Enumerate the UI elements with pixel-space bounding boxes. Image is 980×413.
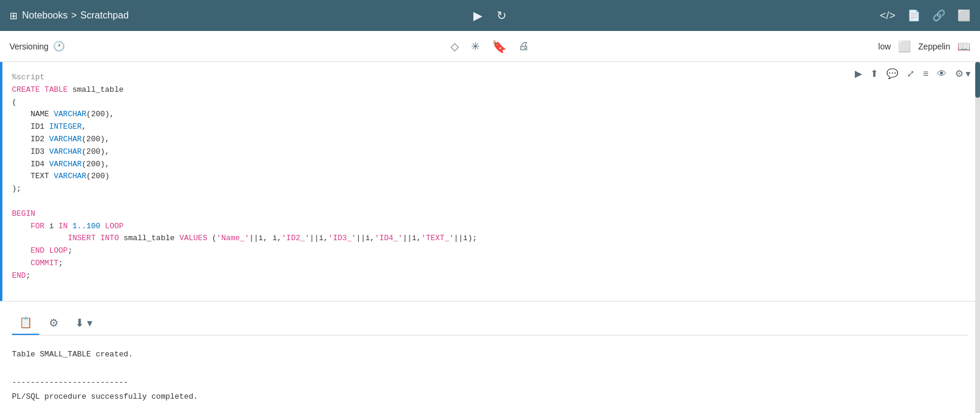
- cell-run-icon[interactable]: ▶: [855, 68, 862, 79]
- output-tab-download[interactable]: ⬇ ▾: [68, 312, 100, 334]
- output-tabs: 📋 ⚙ ⬇ ▾: [12, 311, 968, 336]
- code-line-9: TEXT VARCHAR(200): [12, 170, 956, 183]
- document-icon[interactable]: 📄: [907, 9, 920, 22]
- top-bar-right: </> 📄 🔗 ⬜: [507, 9, 970, 22]
- code-line-13: INSERT INTO small_table VALUES ('Name_'|…: [12, 232, 956, 245]
- output-separator: -------------------------: [12, 375, 968, 389]
- code-line-4: NAME VARCHAR(200),: [12, 108, 956, 121]
- code-line-2: CREATE TABLE small_table: [12, 84, 956, 97]
- top-bar-left: ⊞ Notebooks > Scratchpad: [10, 10, 473, 21]
- code-line-1: %script: [12, 72, 956, 84]
- low-label: low: [878, 42, 891, 51]
- refresh-button[interactable]: ↻: [497, 8, 507, 23]
- cell-left-border: [0, 62, 2, 301]
- output-empty-line: [12, 362, 968, 375]
- code-cell: ▶ ⬆ 💬 ⤢ ≡ 👁 ⚙ ▾ %script CREATE TABLE sma…: [0, 62, 980, 302]
- versioning-clock-icon[interactable]: 🕐: [53, 41, 65, 52]
- cell-list-icon[interactable]: ≡: [923, 69, 928, 79]
- code-line-7: ID3 VARCHAR(200),: [12, 146, 956, 159]
- cell-settings-icon[interactable]: ⚙ ▾: [955, 68, 970, 79]
- page-title: Scratchpad: [80, 10, 129, 21]
- top-bar-center: ▶ ↻: [473, 8, 507, 23]
- versioning-label: Versioning: [10, 42, 48, 51]
- notebook-grid-icon: ⊞: [10, 10, 17, 21]
- page-breadcrumb: Notebooks > Scratchpad: [22, 10, 129, 21]
- cell-comment-icon[interactable]: 💬: [886, 68, 898, 79]
- code-line-11: BEGIN: [12, 208, 956, 221]
- print-icon[interactable]: 🖨: [519, 40, 529, 52]
- code-line-5: ID1 INTEGER,: [12, 121, 956, 133]
- code-line-3: (: [12, 97, 956, 109]
- code-icon[interactable]: </>: [880, 10, 895, 22]
- code-line-14: END LOOP;: [12, 245, 956, 257]
- code-editor[interactable]: %script CREATE TABLE small_table ( NAME …: [0, 62, 968, 292]
- cell-toolbar: ▶ ⬆ 💬 ⤢ ≡ 👁 ⚙ ▾: [855, 68, 970, 79]
- second-bar-left: Versioning 🕐: [10, 41, 451, 52]
- output-area: 📋 ⚙ ⬇ ▾ Table SMALL_TABLE created. -----…: [0, 302, 980, 413]
- code-line-empty: [12, 195, 956, 208]
- second-bar-right: low ⬜ Zeppelin 📖: [529, 40, 970, 53]
- code-line-16: END;: [12, 270, 956, 282]
- cell-chart-icon[interactable]: ⬆: [870, 68, 878, 79]
- output-line-1: Table SMALL_TABLE created.: [12, 347, 968, 361]
- notebooks-link[interactable]: Notebooks: [22, 10, 68, 21]
- zeppelin-label: Zeppelin: [918, 42, 950, 51]
- cell-expand-icon[interactable]: ⤢: [907, 68, 914, 79]
- main-content: ▶ ⬆ 💬 ⤢ ≡ 👁 ⚙ ▾ %script CREATE TABLE sma…: [0, 62, 980, 413]
- output-tab-settings[interactable]: ⚙: [42, 312, 66, 334]
- export-icon[interactable]: ⬜: [898, 40, 911, 53]
- second-bar-center: ◇ ✳ 🔖 🖨: [451, 39, 529, 54]
- second-toolbar: Versioning 🕐 ◇ ✳ 🔖 🖨 low ⬜ Zeppelin 📖: [0, 31, 980, 62]
- code-line-10: );: [12, 183, 956, 195]
- code-line-6: ID2 VARCHAR(200),: [12, 133, 956, 146]
- share-icon[interactable]: 🔗: [932, 9, 945, 22]
- scrollbar-track[interactable]: [975, 62, 980, 413]
- output-tab-results[interactable]: 📋: [12, 311, 39, 335]
- book-icon[interactable]: 📖: [957, 40, 970, 53]
- code-line-15: COMMIT;: [12, 257, 956, 270]
- breadcrumb-separator: >: [72, 10, 77, 21]
- cell-eye-icon[interactable]: 👁: [937, 69, 947, 79]
- run-button[interactable]: ▶: [473, 8, 482, 23]
- code-line-12: FOR i IN 1..100 LOOP: [12, 221, 956, 233]
- output-line-2: PL/SQL procedure successfully completed.: [12, 390, 968, 403]
- code-line-8: ID4 VARCHAR(200),: [12, 159, 956, 171]
- output-text: Table SMALL_TABLE created. -------------…: [12, 340, 968, 403]
- bookmark-icon[interactable]: 🔖: [492, 39, 507, 54]
- top-navigation-bar: ⊞ Notebooks > Scratchpad ▶ ↻ </> 📄 🔗 ⬜: [0, 0, 980, 31]
- scrollbar-thumb[interactable]: [975, 62, 980, 98]
- magic-wand-icon[interactable]: ✳: [471, 40, 480, 53]
- eraser-icon[interactable]: ◇: [451, 40, 459, 53]
- layout-icon[interactable]: ⬜: [957, 9, 970, 22]
